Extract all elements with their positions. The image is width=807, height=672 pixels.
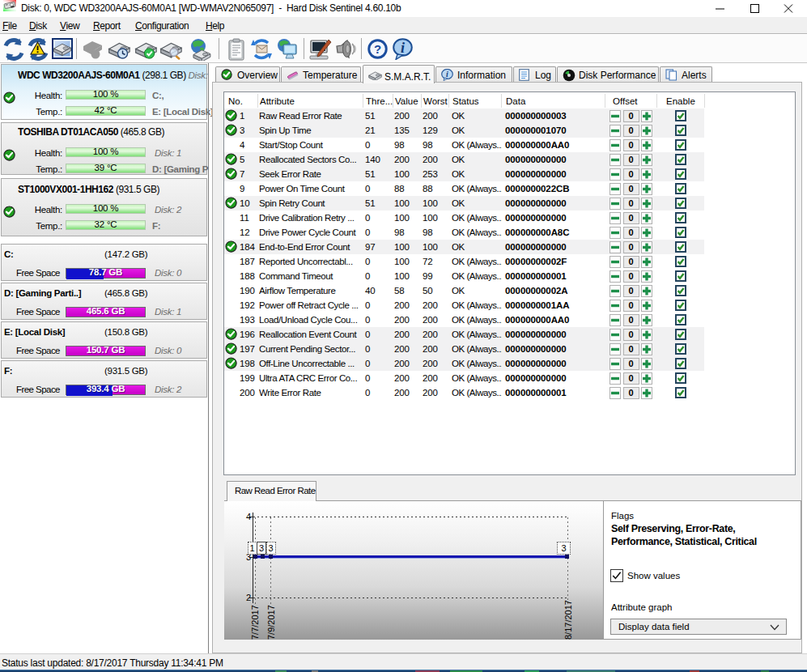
svg-text:i: i: [446, 70, 448, 79]
svg-text:?: ?: [374, 42, 381, 56]
svg-text:i: i: [401, 40, 405, 56]
